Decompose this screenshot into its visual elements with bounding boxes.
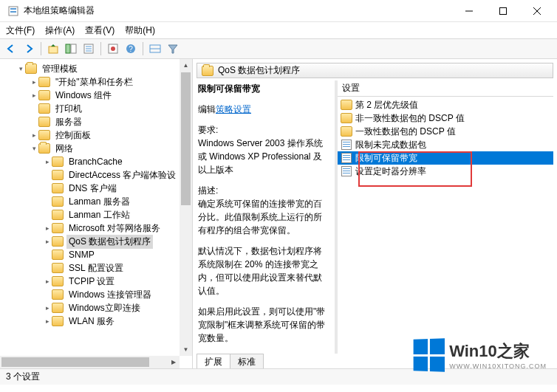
separator — [41, 42, 41, 55]
svg-rect-2 — [10, 11, 16, 13]
folder-icon — [52, 289, 64, 300]
menubar: 文件(F) 操作(A) 查看(V) 帮助(H) — [0, 22, 557, 38]
folder-icon — [38, 103, 50, 114]
minimize-button[interactable] — [452, 0, 486, 22]
scroll-down-button[interactable]: ▼ — [180, 343, 192, 356]
edit-policy-link[interactable]: 策略设置 — [216, 104, 251, 114]
menu-file[interactable]: 文件(F) — [6, 24, 35, 37]
folder-icon — [52, 263, 64, 273]
scrollbar-vertical[interactable]: ▲ ▼ — [180, 59, 192, 356]
folder-icon — [38, 90, 50, 100]
tree-node[interactable]: Windows 组件 — [1, 89, 191, 102]
separator — [100, 42, 101, 55]
app-icon — [7, 5, 19, 17]
list-item[interactable]: 一致性数据包的 DSCP 值 — [338, 125, 553, 138]
tree-node[interactable]: DNS 客户端 — [1, 182, 191, 195]
filter-button[interactable] — [165, 41, 181, 57]
list-item-selected[interactable]: 限制可保留带宽 — [338, 151, 553, 165]
tree-node-qos[interactable]: QoS 数据包计划程序 — [1, 235, 191, 248]
tree-node[interactable]: 控制面板 — [1, 128, 191, 142]
folder-icon — [52, 316, 64, 326]
tree-node[interactable]: "开始"菜单和任务栏 — [1, 75, 191, 89]
svg-text:?: ? — [129, 45, 133, 53]
policy-name: 限制可保留带宽 — [198, 82, 329, 95]
description-p2: 默认情况下，数据包计划程序将系统限制在 20% 的连接带宽之内，但可以使用此设置… — [198, 244, 329, 298]
tree-pane: 管理模板 "开始"菜单和任务栏 Windows 组件 打印机 服务器 控制面板 … — [0, 59, 193, 368]
details-header: QoS 数据包计划程序 — [197, 63, 553, 78]
svg-rect-7 — [49, 47, 58, 53]
menu-action[interactable]: 操作(A) — [45, 24, 75, 37]
policy-icon — [341, 165, 352, 177]
close-button[interactable] — [520, 0, 554, 22]
details-header-title: QoS 数据包计划程序 — [218, 64, 300, 77]
list-item[interactable]: 第 2 层优先级值 — [338, 98, 553, 111]
export-button[interactable] — [105, 41, 121, 57]
tree-node[interactable]: DirectAccess 客户端体验设 — [1, 168, 191, 182]
list-item[interactable]: 限制未完成数据包 — [338, 138, 553, 151]
svg-rect-4 — [500, 7, 507, 14]
description-p3: 如果启用此设置，则可以使用"带宽限制"框来调整系统可保留的带宽数量。 — [198, 305, 329, 345]
help-button[interactable]: ? — [123, 41, 139, 57]
description-pane: 限制可保留带宽 编辑策略设置 要求:Windows Server 2003 操作… — [197, 80, 338, 354]
folder-icon — [25, 63, 37, 74]
tree-node[interactable]: 打印机 — [1, 102, 191, 115]
svg-point-15 — [111, 47, 115, 51]
maximize-button[interactable] — [486, 0, 520, 22]
list-item[interactable]: 设置定时器分辨率 — [338, 165, 553, 178]
tree-node-network[interactable]: 网络 — [1, 142, 191, 155]
back-button[interactable] — [3, 41, 19, 57]
folder-icon — [38, 77, 50, 87]
scroll-thumb[interactable] — [1, 357, 149, 367]
tree-node[interactable]: Windows立即连接 — [1, 301, 191, 314]
windows-logo-icon — [414, 338, 445, 372]
toolbar: ? — [0, 38, 557, 59]
tree-node[interactable]: SNMP — [1, 248, 191, 261]
folder-icon — [341, 112, 352, 124]
properties-button[interactable] — [81, 41, 97, 57]
folder-icon — [52, 236, 64, 247]
list-item[interactable]: 非一致性数据包的 DSCP 值 — [338, 111, 553, 125]
tree-node[interactable]: SSL 配置设置 — [1, 261, 191, 275]
up-button[interactable] — [45, 41, 61, 57]
folder-icon — [52, 223, 64, 233]
tab-extended[interactable]: 扩展 — [197, 354, 230, 368]
tree-node[interactable]: TCPIP 设置 — [1, 275, 191, 288]
status-text: 3 个设置 — [6, 371, 40, 383]
tree-node[interactable]: Lanman 服务器 — [1, 195, 191, 208]
description-body: 确定系统可保留的连接带宽的百分比。此值限制系统上运行的所有程序的组合带宽保留。 — [198, 199, 322, 235]
settings-list: 设置 第 2 层优先级值 非一致性数据包的 DSCP 值 一致性数据包的 DSC… — [338, 80, 553, 354]
scrollbar-horizontal[interactable]: ◀ ▶ — [0, 356, 180, 368]
tab-standard[interactable]: 标准 — [230, 354, 264, 368]
requirements-label: 要求: — [198, 125, 218, 135]
tree-node-root[interactable]: 管理模板 — [1, 62, 191, 75]
tree-node[interactable]: 服务器 — [1, 115, 191, 128]
nav-tree[interactable]: 管理模板 "开始"菜单和任务栏 Windows 组件 打印机 服务器 控制面板 … — [0, 59, 192, 368]
tree-node[interactable]: BranchCache — [1, 155, 191, 168]
scroll-up-button[interactable]: ▲ — [180, 59, 192, 72]
menu-view[interactable]: 查看(V) — [85, 24, 115, 37]
list-items: 第 2 层优先级值 非一致性数据包的 DSCP 值 一致性数据包的 DSCP 值… — [338, 97, 553, 179]
folder-icon — [341, 99, 352, 111]
logo-text: Win10之家 — [449, 340, 547, 362]
policy-icon — [341, 139, 352, 151]
scroll-thumb[interactable] — [181, 72, 191, 205]
scroll-right-button[interactable]: ▶ — [167, 356, 180, 368]
show-hide-tree-button[interactable] — [63, 41, 79, 57]
forward-button[interactable] — [21, 41, 37, 57]
refresh-button[interactable] — [147, 41, 163, 57]
menu-help[interactable]: 帮助(H) — [125, 24, 155, 37]
tree-node[interactable]: Lanman 工作站 — [1, 208, 191, 221]
folder-icon — [52, 303, 64, 313]
folder-icon — [38, 117, 50, 127]
tree-node[interactable]: WLAN 服务 — [1, 314, 191, 328]
folder-icon — [52, 276, 64, 286]
window-title: 本地组策略编辑器 — [24, 4, 452, 17]
column-header-setting[interactable]: 设置 — [338, 80, 553, 97]
folder-icon — [52, 183, 64, 193]
tree-node[interactable]: Windows 连接管理器 — [1, 288, 191, 301]
tree-node[interactable]: Microsoft 对等网络服务 — [1, 221, 191, 235]
titlebar: 本地组策略编辑器 — [0, 0, 557, 22]
details-pane: QoS 数据包计划程序 限制可保留带宽 编辑策略设置 要求:Windows Se… — [193, 59, 557, 368]
folder-icon — [52, 210, 64, 220]
logo-url: WWW.WIN10XITONG.COM — [449, 362, 547, 370]
